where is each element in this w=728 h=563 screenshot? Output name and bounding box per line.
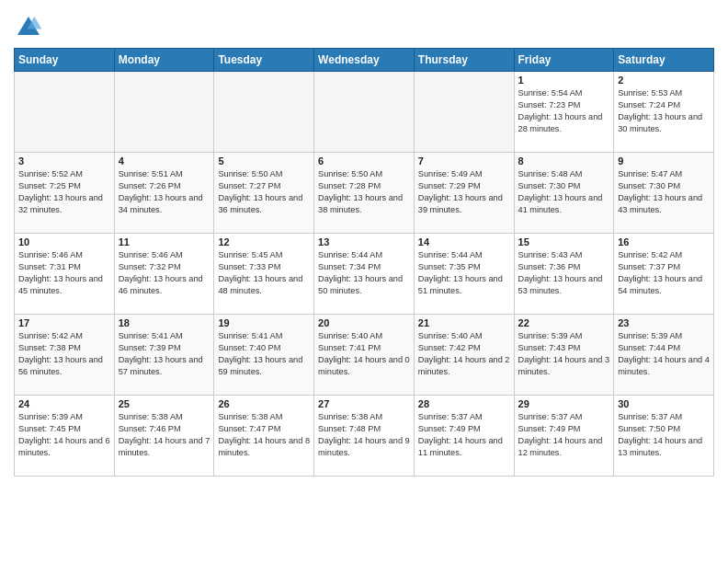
calendar-cell: 30Sunrise: 5:37 AMSunset: 7:50 PMDayligh… — [614, 396, 714, 477]
day-number: 9 — [618, 155, 710, 167]
calendar-cell: 20Sunrise: 5:40 AMSunset: 7:41 PMDayligh… — [314, 315, 415, 396]
day-info: Sunrise: 5:54 AMSunset: 7:23 PMDaylight:… — [518, 87, 610, 135]
day-info: Sunrise: 5:51 AMSunset: 7:26 PMDaylight:… — [119, 168, 210, 216]
calendar-page: Sunday Monday Tuesday Wednesday Thursday… — [0, 0, 728, 563]
calendar-cell — [15, 72, 115, 153]
day-number: 21 — [418, 317, 510, 328]
day-number: 29 — [518, 398, 610, 409]
day-number: 2 — [618, 75, 710, 86]
day-info: Sunrise: 5:37 AMSunset: 7:49 PMDaylight:… — [418, 411, 510, 459]
calendar-cell: 29Sunrise: 5:37 AMSunset: 7:49 PMDayligh… — [514, 396, 614, 477]
calendar-cell: 18Sunrise: 5:41 AMSunset: 7:39 PMDayligh… — [114, 315, 214, 396]
day-number: 3 — [18, 155, 110, 167]
calendar-cell: 28Sunrise: 5:37 AMSunset: 7:49 PMDayligh… — [414, 396, 514, 477]
calendar-week-row: 10Sunrise: 5:46 AMSunset: 7:31 PMDayligh… — [15, 234, 714, 315]
day-number: 16 — [618, 236, 710, 247]
day-number: 6 — [318, 155, 410, 167]
day-number: 11 — [119, 236, 210, 247]
day-number: 23 — [618, 317, 710, 328]
calendar-cell: 10Sunrise: 5:46 AMSunset: 7:31 PMDayligh… — [15, 234, 115, 315]
calendar-week-row: 17Sunrise: 5:42 AMSunset: 7:38 PMDayligh… — [15, 315, 714, 396]
calendar-cell: 6Sunrise: 5:50 AMSunset: 7:28 PMDaylight… — [314, 153, 415, 234]
day-info: Sunrise: 5:48 AMSunset: 7:30 PMDaylight:… — [518, 168, 610, 216]
day-info: Sunrise: 5:38 AMSunset: 7:46 PMDaylight:… — [119, 411, 210, 459]
day-number: 1 — [518, 75, 610, 86]
day-info: Sunrise: 5:40 AMSunset: 7:41 PMDaylight:… — [318, 330, 410, 378]
calendar-cell: 24Sunrise: 5:39 AMSunset: 7:45 PMDayligh… — [15, 396, 115, 477]
calendar-cell: 17Sunrise: 5:42 AMSunset: 7:38 PMDayligh… — [15, 315, 115, 396]
day-info: Sunrise: 5:49 AMSunset: 7:29 PMDaylight:… — [418, 168, 510, 216]
calendar-cell: 21Sunrise: 5:40 AMSunset: 7:42 PMDayligh… — [414, 315, 514, 396]
day-number: 15 — [518, 236, 610, 247]
day-info: Sunrise: 5:50 AMSunset: 7:27 PMDaylight:… — [218, 168, 310, 216]
day-number: 28 — [418, 398, 510, 409]
calendar-cell: 13Sunrise: 5:44 AMSunset: 7:34 PMDayligh… — [314, 234, 415, 315]
calendar-cell: 14Sunrise: 5:44 AMSunset: 7:35 PMDayligh… — [414, 234, 514, 315]
header-sunday: Sunday — [15, 49, 115, 72]
day-info: Sunrise: 5:46 AMSunset: 7:31 PMDaylight:… — [18, 249, 110, 297]
header-wednesday: Wednesday — [314, 49, 415, 72]
day-number: 13 — [318, 236, 410, 247]
day-info: Sunrise: 5:42 AMSunset: 7:38 PMDaylight:… — [18, 330, 110, 378]
day-info: Sunrise: 5:42 AMSunset: 7:37 PMDaylight:… — [618, 249, 710, 297]
day-info: Sunrise: 5:45 AMSunset: 7:33 PMDaylight:… — [218, 249, 310, 297]
day-number: 30 — [618, 398, 710, 409]
day-info: Sunrise: 5:41 AMSunset: 7:40 PMDaylight:… — [218, 330, 310, 378]
header-tuesday: Tuesday — [214, 49, 314, 72]
day-number: 26 — [218, 398, 310, 409]
calendar-cell: 1Sunrise: 5:54 AMSunset: 7:23 PMDaylight… — [514, 72, 614, 153]
day-number: 17 — [18, 317, 110, 328]
day-number: 27 — [318, 398, 410, 409]
calendar-week-row: 3Sunrise: 5:52 AMSunset: 7:25 PMDaylight… — [15, 153, 714, 234]
day-number: 8 — [518, 155, 610, 167]
calendar-cell — [414, 72, 514, 153]
day-number: 7 — [418, 155, 510, 167]
calendar-table: Sunday Monday Tuesday Wednesday Thursday… — [14, 48, 714, 477]
calendar-cell: 7Sunrise: 5:49 AMSunset: 7:29 PMDaylight… — [414, 153, 514, 234]
day-info: Sunrise: 5:39 AMSunset: 7:44 PMDaylight:… — [618, 330, 710, 378]
calendar-cell: 26Sunrise: 5:38 AMSunset: 7:47 PMDayligh… — [214, 396, 314, 477]
day-info: Sunrise: 5:53 AMSunset: 7:24 PMDaylight:… — [618, 87, 710, 135]
day-info: Sunrise: 5:44 AMSunset: 7:35 PMDaylight:… — [418, 249, 510, 297]
calendar-cell: 19Sunrise: 5:41 AMSunset: 7:40 PMDayligh… — [214, 315, 314, 396]
header-monday: Monday — [114, 49, 214, 72]
calendar-cell: 15Sunrise: 5:43 AMSunset: 7:36 PMDayligh… — [514, 234, 614, 315]
day-info: Sunrise: 5:52 AMSunset: 7:25 PMDaylight:… — [18, 168, 110, 216]
day-number: 25 — [119, 398, 210, 409]
day-number: 20 — [318, 317, 410, 328]
day-number: 22 — [518, 317, 610, 328]
calendar-cell — [114, 72, 214, 153]
day-number: 19 — [218, 317, 310, 328]
day-number: 24 — [18, 398, 110, 409]
calendar-cell: 11Sunrise: 5:46 AMSunset: 7:32 PMDayligh… — [114, 234, 214, 315]
day-info: Sunrise: 5:38 AMSunset: 7:47 PMDaylight:… — [218, 411, 310, 459]
day-number: 18 — [119, 317, 210, 328]
calendar-cell: 9Sunrise: 5:47 AMSunset: 7:30 PMDaylight… — [614, 153, 714, 234]
calendar-cell: 25Sunrise: 5:38 AMSunset: 7:46 PMDayligh… — [114, 396, 214, 477]
day-info: Sunrise: 5:39 AMSunset: 7:43 PMDaylight:… — [518, 330, 610, 378]
day-info: Sunrise: 5:50 AMSunset: 7:28 PMDaylight:… — [318, 168, 410, 216]
page-header — [14, 9, 714, 42]
day-info: Sunrise: 5:41 AMSunset: 7:39 PMDaylight:… — [119, 330, 210, 378]
header-thursday: Thursday — [414, 49, 514, 72]
calendar-cell — [214, 72, 314, 153]
day-number: 4 — [119, 155, 210, 167]
calendar-cell: 3Sunrise: 5:52 AMSunset: 7:25 PMDaylight… — [15, 153, 115, 234]
calendar-week-row: 24Sunrise: 5:39 AMSunset: 7:45 PMDayligh… — [15, 396, 714, 477]
calendar-week-row: 1Sunrise: 5:54 AMSunset: 7:23 PMDaylight… — [15, 72, 714, 153]
logo — [14, 13, 47, 42]
day-info: Sunrise: 5:47 AMSunset: 7:30 PMDaylight:… — [618, 168, 710, 216]
day-info: Sunrise: 5:40 AMSunset: 7:42 PMDaylight:… — [418, 330, 510, 378]
day-info: Sunrise: 5:37 AMSunset: 7:49 PMDaylight:… — [518, 411, 610, 459]
day-info: Sunrise: 5:44 AMSunset: 7:34 PMDaylight:… — [318, 249, 410, 297]
calendar-cell: 8Sunrise: 5:48 AMSunset: 7:30 PMDaylight… — [514, 153, 614, 234]
day-number: 14 — [418, 236, 510, 247]
calendar-cell: 27Sunrise: 5:38 AMSunset: 7:48 PMDayligh… — [314, 396, 415, 477]
calendar-cell: 22Sunrise: 5:39 AMSunset: 7:43 PMDayligh… — [514, 315, 614, 396]
calendar-cell: 4Sunrise: 5:51 AMSunset: 7:26 PMDaylight… — [114, 153, 214, 234]
weekday-header-row: Sunday Monday Tuesday Wednesday Thursday… — [15, 49, 714, 72]
day-info: Sunrise: 5:37 AMSunset: 7:50 PMDaylight:… — [618, 411, 710, 459]
header-saturday: Saturday — [614, 49, 714, 72]
calendar-cell: 12Sunrise: 5:45 AMSunset: 7:33 PMDayligh… — [214, 234, 314, 315]
calendar-cell — [314, 72, 415, 153]
